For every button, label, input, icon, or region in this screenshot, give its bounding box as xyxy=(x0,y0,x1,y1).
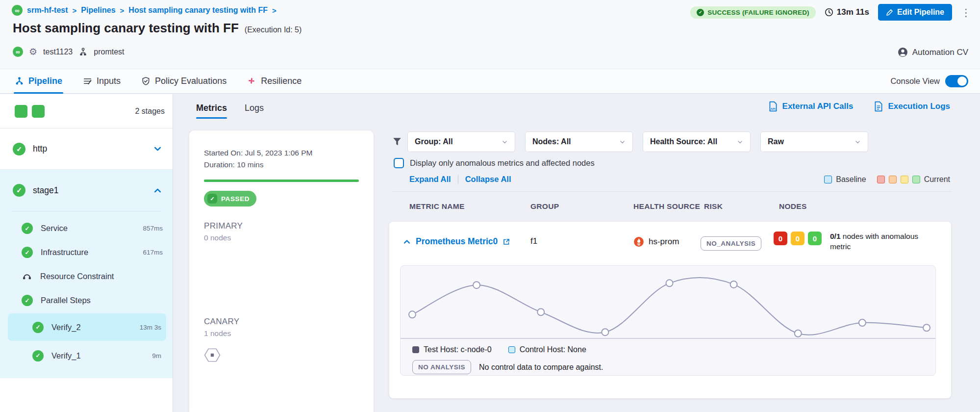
col-group: GROUP xyxy=(530,202,633,211)
step-infrastructure[interactable]: ✓ Infrastructure 617ms xyxy=(0,240,173,264)
tab-logs[interactable]: Logs xyxy=(245,103,264,119)
metric-line-chart[interactable] xyxy=(401,271,935,344)
edit-pipeline-button[interactable]: Edit Pipeline xyxy=(878,4,952,21)
col-health-source: HEALTH SOURCE xyxy=(633,202,704,211)
execution-logs-link[interactable]: Execution Logs xyxy=(874,101,950,112)
health-source-filter-dropdown[interactable]: Health Source: All xyxy=(643,131,751,152)
external-api-calls-link[interactable]: API External API Calls xyxy=(768,101,854,112)
environment-icon xyxy=(78,47,88,56)
chart-legend-swatch xyxy=(508,346,515,353)
metric-chart-card: Test Host: c-node-0 Control Host: None N… xyxy=(400,265,936,376)
triggered-by: Automation CV xyxy=(898,47,968,57)
step-service[interactable]: ✓ Service 857ms xyxy=(0,216,173,240)
step-resource-constraint[interactable]: Resource Constraint xyxy=(0,264,173,288)
collapse-row-chevron-up-icon[interactable] xyxy=(403,238,411,246)
sidebar-stage-stage1[interactable]: ✓ stage1 xyxy=(0,170,173,211)
external-link-icon[interactable] xyxy=(503,238,510,246)
tab-inputs[interactable]: Inputs xyxy=(82,69,122,93)
metric-health-source: hs-prom xyxy=(633,236,679,247)
nodes-summary: 0/1 nodes with anomalous metric xyxy=(830,232,935,252)
svg-text:API: API xyxy=(770,107,775,110)
user-avatar-icon xyxy=(898,47,908,57)
chart-legend-swatch xyxy=(412,346,419,353)
baseline-legend-label: Baseline xyxy=(836,175,866,184)
chevron-down-icon xyxy=(619,139,626,145)
anomalous-filter-checkbox[interactable] xyxy=(394,158,404,168)
no-analysis-row: NO ANALYSIS No control data to compare a… xyxy=(412,360,935,374)
stage-success-square xyxy=(32,105,45,118)
step-verify-2[interactable]: ✓ Verify_2 13m 3s xyxy=(8,313,166,341)
stage1-section: ✓ stage1 ✓ Service 857ms ✓ Infrastructur… xyxy=(0,170,173,378)
anomalous-filter: Display only anomalous metrics and affec… xyxy=(394,158,595,168)
success-check-icon: ✓ xyxy=(207,194,217,204)
gear-icon: ⚙ xyxy=(29,46,37,57)
current-legend-swatch xyxy=(877,176,885,183)
chevron-down-icon xyxy=(854,139,861,145)
shield-check-icon xyxy=(141,77,151,86)
harness-logo-icon: ∞ xyxy=(12,5,23,16)
tab-pipeline[interactable]: Pipeline xyxy=(14,69,63,93)
success-check-icon: ✓ xyxy=(22,223,33,234)
canary-node-count: 1 nodes xyxy=(204,329,359,338)
primary-label: PRIMARY xyxy=(204,221,359,231)
breadcrumb-pipelines-link[interactable]: Pipelines xyxy=(81,6,115,15)
execution-duration: 13m 11s xyxy=(825,7,869,17)
node-count-badge: 0 xyxy=(791,232,804,245)
risk-badge: NO_ANALYSIS xyxy=(701,236,761,251)
data-mode-dropdown[interactable]: Raw xyxy=(760,131,868,152)
toggle-knob xyxy=(957,77,967,86)
canary-label: CANARY xyxy=(204,317,359,327)
environment-name[interactable]: promtest xyxy=(94,48,124,56)
service-status-icon: ∞ xyxy=(13,47,23,57)
console-view-control: Console View xyxy=(890,69,968,93)
expand-all-link[interactable]: Expand All xyxy=(409,175,451,184)
console-view-label: Console View xyxy=(890,77,940,86)
nodes-filter-dropdown[interactable]: Nodes: All xyxy=(525,131,633,152)
divider xyxy=(458,175,458,184)
success-check-icon: ✓ xyxy=(32,322,44,333)
execution-meta: ∞ ⚙ test1123 promtest xyxy=(13,46,125,57)
status-badge: ✓ SUCCESS (FAILURE IGNORED) xyxy=(690,6,816,19)
breadcrumb-project-link[interactable]: srm-hf-test xyxy=(27,6,68,15)
chart-legend: Test Host: c-node-0 Control Host: None xyxy=(412,345,935,354)
step-verify-1[interactable]: ✓ Verify_1 9m xyxy=(8,342,166,369)
stages-sidebar: 2 stages ✓ http ✓ stage1 ✓ Service 857ms xyxy=(0,94,173,412)
group-filter-dropdown[interactable]: Group: All xyxy=(407,131,515,152)
metric-group: f1 xyxy=(530,236,537,246)
node-count-badge: 0 xyxy=(774,232,787,245)
execution-summary-card: Started On: Jul 5, 2023 1:06 PM Duration… xyxy=(189,130,374,412)
col-risk: RISK xyxy=(704,202,779,211)
filter-icon xyxy=(392,137,402,147)
chevron-up-icon[interactable] xyxy=(153,186,162,195)
service-name[interactable]: test1123 xyxy=(43,48,73,56)
sidebar-stage-http[interactable]: ✓ http xyxy=(0,129,173,170)
success-check-icon: ✓ xyxy=(13,184,25,197)
divider xyxy=(392,191,951,192)
resilience-icon xyxy=(247,77,256,86)
tab-metrics[interactable]: Metrics xyxy=(196,103,227,119)
anomalous-filter-label: Display only anomalous metrics and affec… xyxy=(410,158,595,168)
inputs-icon xyxy=(83,77,92,86)
console-view-toggle[interactable] xyxy=(945,75,968,87)
duration: Duration: 10 mins xyxy=(204,159,359,171)
log-links: API External API Calls Execution Logs xyxy=(768,101,950,112)
node-count-badge: 0 xyxy=(808,232,822,245)
pipeline-icon xyxy=(15,77,24,86)
step-parallel-steps[interactable]: ✓ Parallel Steps xyxy=(0,288,173,312)
metric-nodes-cell: 0 0 0 0/1 nodes with anomalous metric xyxy=(774,232,935,252)
breadcrumb-pipeline-link[interactable]: Host sampling canary testing with FF xyxy=(128,6,268,15)
more-options-menu[interactable]: ⋮ xyxy=(961,7,971,18)
logs-document-icon xyxy=(874,101,883,112)
title-row: Host sampling canary testing with FF (Ex… xyxy=(13,21,302,36)
metric-name-link[interactable]: Prometheus Metric0 xyxy=(416,236,498,247)
chevron-down-icon xyxy=(737,139,743,145)
canary-node-hexagon[interactable] xyxy=(204,347,221,363)
chevron-down-icon[interactable] xyxy=(153,145,162,153)
active-tab-underline xyxy=(196,117,227,119)
api-document-icon: API xyxy=(768,101,778,112)
tab-resilience[interactable]: Resilience xyxy=(246,69,302,93)
stages-summary-bar: 2 stages xyxy=(0,94,173,129)
collapse-all-link[interactable]: Collapse All xyxy=(465,175,511,184)
passed-badge: ✓ PASSED xyxy=(204,191,256,206)
tab-policy-evaluations[interactable]: Policy Evaluations xyxy=(140,69,227,93)
